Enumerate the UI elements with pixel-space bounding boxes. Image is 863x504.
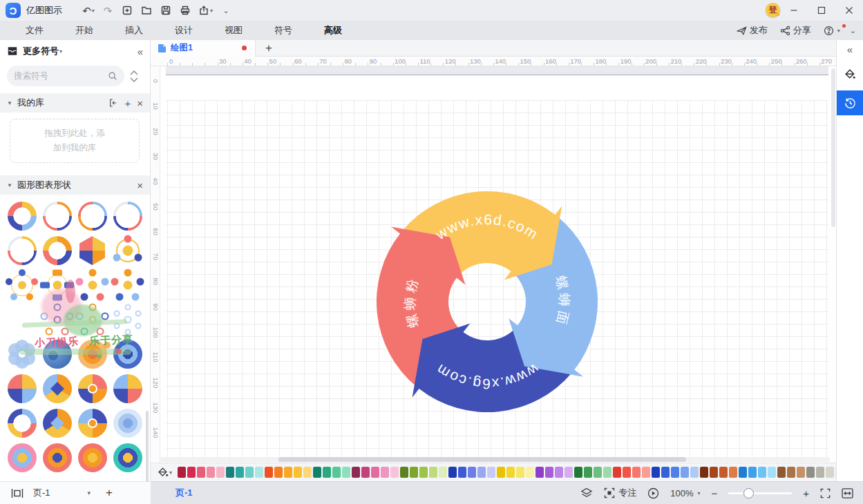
panel-expand-icon[interactable]: « — [837, 43, 863, 55]
color-swatch[interactable] — [584, 467, 592, 478]
color-swatch[interactable] — [506, 467, 515, 478]
horizontal-scrollbar-thumb[interactable] — [278, 457, 686, 462]
chevron-up-icon[interactable] — [130, 70, 138, 75]
symbol-donut[interactable] — [8, 202, 37, 231]
menu-插入[interactable]: 插入 — [118, 24, 150, 37]
add-page-button[interactable]: + — [106, 486, 113, 500]
symbol-pied[interactable] — [43, 374, 72, 403]
library-title[interactable]: 更多符号 — [23, 45, 59, 57]
symbol-tree[interactable] — [8, 305, 37, 334]
symbol-ring[interactable] — [43, 202, 72, 231]
color-swatch[interactable] — [458, 467, 466, 478]
add-library-icon[interactable]: + — [124, 97, 131, 109]
menu-文件[interactable]: 文件 — [19, 24, 50, 37]
symbol-orbit[interactable] — [113, 236, 142, 265]
color-swatch[interactable] — [729, 467, 737, 478]
color-swatch[interactable] — [439, 467, 447, 478]
library-drop-zone[interactable]: 拖拽到此处，添 加到我的库 — [10, 119, 140, 163]
color-swatch[interactable] — [313, 467, 321, 478]
color-swatch[interactable] — [826, 467, 834, 478]
vertical-scrollbar-thumb[interactable] — [831, 68, 835, 227]
color-swatch[interactable] — [681, 467, 689, 478]
login-avatar[interactable]: 登 — [766, 3, 780, 17]
color-swatch[interactable] — [632, 467, 641, 478]
play-presentation-icon[interactable] — [647, 487, 659, 499]
share-button[interactable]: 分享 — [776, 24, 815, 37]
color-swatch[interactable] — [623, 467, 631, 478]
close-section-icon[interactable]: × — [137, 97, 143, 109]
circular-cycle-diagram[interactable]: www.x6d.com 螺蛳面 www.x6g.com 螺蛳粉 — [151, 66, 836, 463]
color-swatch[interactable] — [565, 467, 573, 478]
color-swatch[interactable] — [497, 467, 505, 478]
color-swatch[interactable] — [381, 467, 389, 478]
fill-caret-icon[interactable]: ▾ — [169, 469, 172, 476]
symbol-ring[interactable] — [78, 202, 107, 231]
menu-高级[interactable]: 高级 — [317, 24, 349, 37]
print-button[interactable] — [177, 2, 193, 19]
color-swatch[interactable] — [787, 467, 795, 478]
color-swatch[interactable] — [448, 467, 457, 478]
library-caret-icon[interactable]: ▾ — [59, 48, 62, 55]
export-caret-icon[interactable]: ▾ — [210, 8, 213, 14]
color-swatch[interactable] — [178, 467, 186, 478]
chevron-down-icon[interactable] — [130, 77, 138, 82]
symbol-cross[interactable] — [43, 271, 72, 300]
color-swatch[interactable] — [555, 467, 563, 478]
close-section-icon[interactable]: × — [137, 180, 143, 191]
color-swatch[interactable] — [477, 467, 486, 478]
open-file-button[interactable] — [138, 2, 155, 19]
symbol-donut[interactable] — [8, 409, 37, 438]
save-button[interactable] — [158, 2, 174, 19]
color-swatch[interactable] — [739, 467, 747, 478]
color-swatch[interactable] — [535, 467, 544, 478]
color-swatch[interactable] — [303, 467, 312, 478]
color-swatch[interactable] — [806, 467, 815, 478]
symbol-cluster[interactable] — [78, 271, 107, 300]
color-swatch[interactable] — [574, 467, 582, 478]
symbol-pie[interactable] — [113, 374, 142, 403]
zoom-caret-icon[interactable]: ▾ — [697, 490, 700, 496]
fullscreen-icon[interactable] — [820, 488, 831, 498]
symbol-piec[interactable] — [78, 374, 107, 403]
color-swatch[interactable] — [371, 467, 379, 478]
color-swatch[interactable] — [758, 467, 766, 478]
section-caret-icon[interactable]: ▼ — [7, 182, 12, 188]
color-swatch[interactable] — [468, 467, 476, 478]
new-document-button[interactable] — [119, 2, 135, 19]
fill-color-button[interactable]: ▾ — [157, 467, 172, 478]
section-caret-icon[interactable]: ▼ — [7, 100, 12, 106]
color-swatch[interactable] — [284, 467, 292, 478]
symbol-target[interactable] — [78, 340, 107, 369]
tab-drawing1[interactable]: 绘图1 — [151, 40, 256, 57]
color-swatch[interactable] — [768, 467, 776, 478]
color-swatch[interactable] — [361, 467, 370, 478]
symbol-cluster[interactable] — [113, 271, 142, 300]
symbol-rings[interactable] — [78, 305, 107, 334]
color-swatch[interactable] — [265, 467, 273, 478]
symbol-pied[interactable] — [43, 409, 72, 438]
symbol-donut[interactable] — [43, 236, 72, 265]
color-swatch[interactable] — [603, 467, 611, 478]
symbol-target[interactable] — [113, 443, 142, 472]
symbol-piec[interactable] — [78, 409, 107, 438]
page-selector[interactable]: 页-1 — [33, 487, 50, 499]
panel-collapse-icon[interactable]: « — [137, 46, 143, 57]
symbol-globe[interactable] — [43, 340, 72, 369]
color-swatch[interactable] — [352, 467, 360, 478]
circle-charts-section[interactable]: ▼ 圆形图表形状 × — [0, 175, 150, 195]
color-swatch[interactable] — [777, 467, 786, 478]
symbol-ring[interactable] — [113, 202, 142, 231]
menu-符号[interactable]: 符号 — [267, 24, 299, 37]
color-swatch[interactable] — [642, 467, 650, 478]
new-tab-button[interactable]: + — [265, 41, 272, 55]
color-swatch[interactable] — [671, 467, 679, 478]
color-swatch[interactable] — [207, 467, 215, 478]
symbol-hex[interactable] — [78, 236, 107, 265]
color-swatch[interactable] — [226, 467, 234, 478]
color-swatch[interactable] — [255, 467, 263, 478]
color-swatch[interactable] — [332, 467, 341, 478]
publish-button[interactable]: 发布 — [732, 24, 772, 37]
color-swatch[interactable] — [748, 467, 757, 478]
my-library-section[interactable]: ▼ 我的库 + × — [0, 93, 150, 113]
color-swatch[interactable] — [323, 467, 331, 478]
